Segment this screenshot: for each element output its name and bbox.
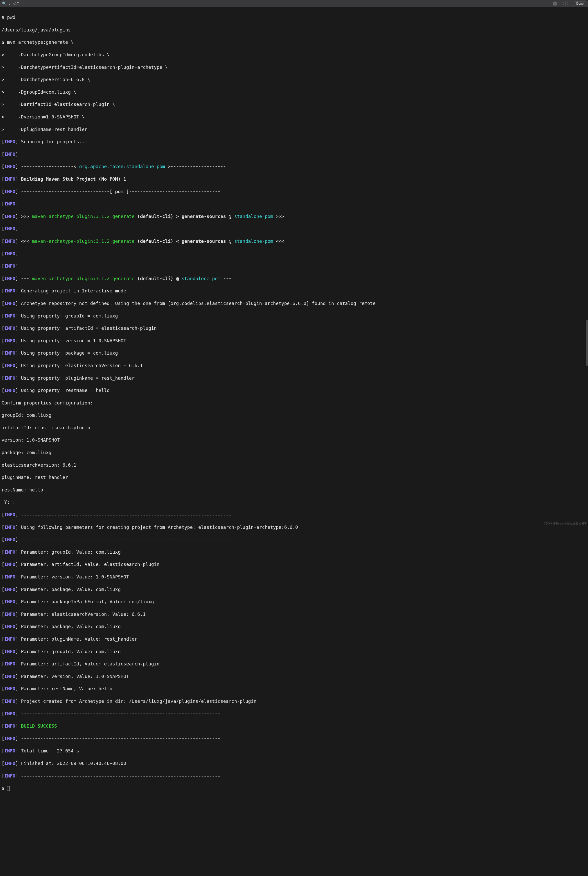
clear-search-button[interactable]: ✕ — [553, 2, 557, 6]
cursor-icon — [7, 786, 10, 791]
pwd-output: /Users/liuxg/java/plugins — [2, 27, 586, 33]
cmd-mvn: mvn archetype:generate \ — [7, 39, 74, 45]
info-tag: INFO — [4, 139, 15, 144]
watermark: CSDN @Elastic 中国社区官方博客 — [544, 521, 587, 526]
next-result-button[interactable]: 〉 — [566, 1, 571, 6]
prompt: $ — [2, 15, 4, 20]
toolbar-right: ✕ 〈 〉 Done — [553, 1, 586, 6]
cmd-pwd: pwd — [7, 15, 16, 20]
done-button[interactable]: Done — [574, 1, 586, 6]
search-field-wrap: 🔍 ⌄ — [2, 2, 551, 6]
scrollbar-thumb[interactable] — [586, 320, 588, 366]
search-toolbar: 🔍 ⌄ ✕ 〈 〉 Done — [0, 0, 588, 7]
prev-result-button[interactable]: 〈 — [560, 1, 566, 6]
build-success: BUILD SUCCESS — [18, 723, 57, 729]
search-nav-group: 〈 〉 — [560, 1, 572, 6]
terminal-output[interactable]: $ pwd /Users/liuxg/java/plugins $ mvn ar… — [0, 7, 588, 799]
search-input[interactable] — [12, 2, 551, 6]
search-icon: 🔍 — [2, 2, 6, 6]
search-mode-chevron[interactable]: ⌄ — [8, 2, 11, 6]
